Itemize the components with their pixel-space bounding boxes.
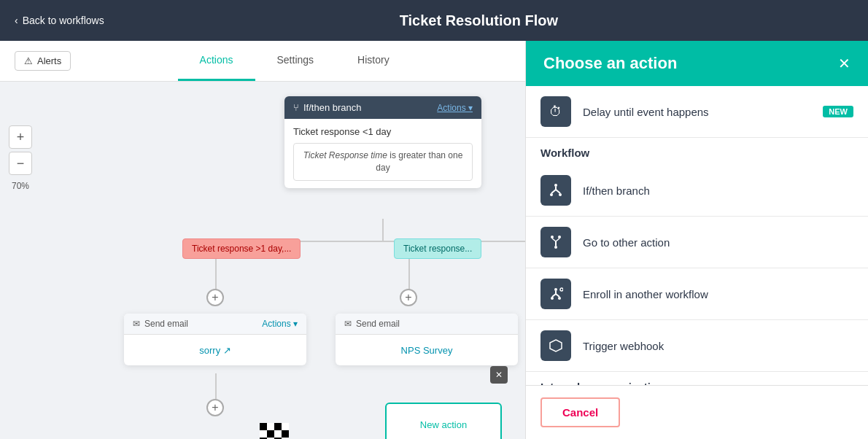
svg-rect-6 [274,430,282,438]
branch-teal: Ticket response... [394,238,481,259]
svg-point-20 [550,193,553,196]
tab-history[interactable]: History [336,41,411,81]
svg-rect-1 [267,423,274,430]
back-label: Back to workflows [23,15,104,26]
send-email-link-nps[interactable]: NPS Survey [401,345,453,356]
send-email-header-left: ✉ Send email Actions ▾ [124,314,306,335]
canvas: + − 70% ⑂ If/then branch Actions ▾ Ticke… [0,82,525,439]
send-email-node-left: ✉ Send email Actions ▾ sorry ↗ [124,314,306,365]
webhook-icon [540,330,571,361]
tabs: Actions Settings History [178,41,411,81]
new-action-box[interactable]: New action [385,403,502,439]
tab-actions[interactable]: Actions [178,41,255,81]
alerts-button[interactable]: ⚠ Alerts [15,51,71,71]
connector-v6 [215,373,217,399]
svg-marker-35 [550,340,562,351]
svg-point-33 [558,297,561,300]
webhook-label: Trigger webhook [583,340,664,352]
delay-label: Delay until event happens [583,106,709,118]
svg-point-34 [560,288,563,291]
tab-settings[interactable]: Settings [255,41,336,81]
enroll-label: Enroll in another workflow [583,288,708,300]
send-email-header-right: ✉ Send email [336,314,518,335]
svg-line-18 [551,190,556,193]
node-actions-link[interactable]: Actions ▾ [437,103,473,113]
page-title: Ticket Resolution Flow [104,12,853,29]
email-icon-left: ✉ [133,319,140,329]
branch-label: Ticket response <1 day [293,126,473,137]
zoom-level: 70% [9,181,32,191]
zoom-in-button[interactable]: + [9,125,32,149]
finish-flag [260,423,289,439]
side-panel: Choose an action ✕ ⏱ Delay until event h… [525,41,868,439]
connector-v4 [215,260,217,290]
if-then-icon [540,175,571,206]
section-workflow: Workflow [526,138,868,165]
svg-point-32 [551,297,554,300]
panel-title: Choose an action [543,54,677,73]
svg-point-22 [554,246,557,249]
plus-button-bottom[interactable]: + [206,399,224,416]
action-item-delay[interactable]: ⏱ Delay until event happens NEW [526,86,868,138]
action-item-enroll[interactable]: Enroll in another workflow [526,268,868,320]
condition-text1: Ticket Response time [303,150,387,160]
send-email-link-sorry[interactable]: sorry ↗ [199,345,231,356]
svg-point-28 [554,288,557,291]
back-to-workflows-link[interactable]: ‹ Back to workflows [15,15,104,26]
top-bar: ‹ Back to workflows Ticket Resolution Fl… [0,0,868,41]
branch-red: Ticket response >1 day,... [182,238,301,259]
svg-line-19 [556,190,560,193]
action-item-go-to[interactable]: Go to other action [526,217,868,268]
svg-point-16 [554,184,557,187]
panel-close-button[interactable]: ✕ [838,56,850,71]
new-badge: NEW [823,106,853,117]
svg-line-30 [552,294,556,297]
node-body: Ticket response <1 day Ticket Response t… [284,119,481,188]
go-to-icon [540,227,571,257]
back-arrow-icon: ‹ [15,15,18,26]
alert-icon: ⚠ [24,55,33,66]
condition-box: Ticket Response time is greater than one… [293,143,473,181]
svg-line-31 [556,294,559,297]
cancel-button[interactable]: Cancel [540,397,620,427]
svg-point-26 [551,236,554,238]
svg-rect-7 [282,430,289,438]
send-email-node-right: ✉ Send email NPS Survey [336,314,518,365]
action-item-if-then[interactable]: If/then branch [526,165,868,217]
main-layout: ⚠ Alerts Actions Settings History + − 70… [0,41,868,439]
go-to-label: Go to other action [583,236,670,249]
action-item-webhook[interactable]: Trigger webhook [526,320,868,372]
if-then-label: If/then branch [303,102,362,113]
svg-point-27 [558,236,561,238]
email-icon-right: ✉ [344,319,352,329]
zoom-out-button[interactable]: − [9,152,32,175]
if-then-label-panel: If/then branch [583,184,650,197]
svg-line-24 [552,238,556,241]
close-button[interactable]: ✕ [490,366,508,384]
delay-icon: ⏱ [540,96,571,127]
node-header: ⑂ If/then branch Actions ▾ [284,96,481,119]
section-internal: Internal communication [526,372,868,385]
svg-rect-5 [267,430,274,438]
panel-footer: Cancel [526,385,868,439]
branch-icon: ⑂ [293,102,299,113]
plus-button-left[interactable]: + [206,289,224,306]
svg-rect-2 [274,423,282,430]
panel-content: ⏱ Delay until event happens NEW Workflow [526,86,868,385]
send-email-body-left: sorry ↗ [124,335,306,365]
workflow-area: ⚠ Alerts Actions Settings History + − 70… [0,41,525,439]
zoom-controls: + − 70% [9,125,32,191]
send-email-actions-link-left[interactable]: Actions ▾ [262,319,298,329]
svg-rect-3 [282,423,289,430]
svg-rect-4 [260,430,267,438]
plus-button-right[interactable]: + [400,289,417,306]
enroll-icon [540,279,571,309]
connector-v5 [408,260,410,290]
send-email-body-right: NPS Survey [336,335,518,365]
new-action-label: New action [420,419,467,430]
svg-line-25 [556,238,559,241]
connector-v1 [382,219,384,241]
tab-bar: ⚠ Alerts Actions Settings History [0,41,525,82]
condition-text2: is greater than one day [376,150,462,173]
svg-rect-0 [260,423,267,430]
